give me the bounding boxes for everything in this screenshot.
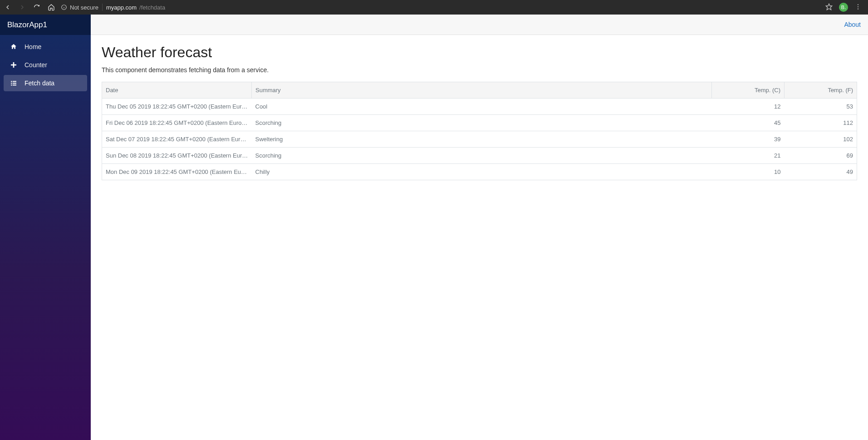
browser-actions: B.	[825, 3, 862, 12]
browser-menu-button[interactable]	[854, 3, 862, 12]
table-row: Mon Dec 09 2019 18:22:45 GMT+0200 (Easte…	[102, 164, 857, 180]
svg-rect-8	[11, 64, 16, 66]
cell-summary: Cool	[252, 99, 712, 115]
plus-icon	[9, 61, 18, 69]
svg-rect-13	[11, 84, 12, 85]
svg-rect-9	[11, 81, 12, 82]
cell-tempC: 45	[712, 115, 785, 131]
table-row: Thu Dec 05 2019 18:22:45 GMT+0200 (Easte…	[102, 99, 857, 115]
table-row: Fri Dec 06 2019 18:22:45 GMT+0200 (Easte…	[102, 115, 857, 131]
avatar-initial: B.	[841, 5, 846, 10]
svg-rect-11	[11, 83, 12, 84]
sidebar-item-label: Fetch data	[25, 79, 54, 87]
forecast-table: Date Summary Temp. (C) Temp. (F) Thu Dec…	[102, 82, 857, 180]
info-icon	[61, 4, 67, 10]
col-tempc: Temp. (C)	[712, 82, 785, 99]
sidebar-item-label: Home	[25, 43, 41, 50]
brand-label: BlazorApp1	[7, 20, 47, 30]
cell-date: Sat Dec 07 2019 18:22:45 GMT+0200 (Easte…	[102, 131, 252, 148]
cell-tempC: 12	[712, 99, 785, 115]
svg-rect-10	[13, 81, 16, 82]
page-title: Weather forecast	[102, 44, 857, 61]
bookmark-star-icon[interactable]	[825, 3, 833, 12]
cell-summary: Chilly	[252, 164, 712, 180]
sidebar-item-counter[interactable]: Counter	[4, 57, 87, 73]
cell-summary: Scorching	[252, 148, 712, 164]
sidebar: BlazorApp1 Home Counter Fetch data	[0, 15, 91, 440]
col-summary: Summary	[252, 82, 712, 99]
cell-tempF: 69	[785, 148, 857, 164]
svg-rect-12	[13, 83, 16, 84]
sidebar-nav: Home Counter Fetch data	[0, 35, 91, 95]
table-row: Sat Dec 07 2019 18:22:45 GMT+0200 (Easte…	[102, 131, 857, 148]
profile-avatar[interactable]: B.	[839, 3, 848, 12]
security-indicator[interactable]: Not secure	[61, 4, 98, 11]
browser-chrome: Not secure myapp.com/fetchdata B.	[0, 0, 868, 15]
topbar: About	[91, 15, 868, 35]
cell-date: Fri Dec 06 2019 18:22:45 GMT+0200 (Easte…	[102, 115, 252, 131]
sidebar-item-home[interactable]: Home	[4, 39, 87, 55]
url-host: myapp.com	[106, 4, 137, 11]
page-content: Weather forecast This component demonstr…	[91, 35, 868, 189]
home-icon	[9, 43, 18, 50]
security-label: Not secure	[70, 4, 98, 11]
cell-tempC: 39	[712, 131, 785, 148]
svg-rect-14	[13, 84, 16, 85]
app-root: BlazorApp1 Home Counter Fetch data	[0, 15, 868, 440]
table-header-row: Date Summary Temp. (C) Temp. (F)	[102, 82, 857, 99]
svg-point-4	[858, 4, 858, 5]
browser-back-button[interactable]	[4, 3, 12, 11]
table-row: Sun Dec 08 2019 18:22:45 GMT+0200 (Easte…	[102, 148, 857, 164]
sidebar-item-fetch-data[interactable]: Fetch data	[4, 75, 87, 91]
svg-point-5	[858, 6, 858, 7]
cell-date: Sun Dec 08 2019 18:22:45 GMT+0200 (Easte…	[102, 148, 252, 164]
browser-home-button[interactable]	[47, 3, 55, 11]
browser-nav-arrows	[4, 3, 55, 11]
cell-summary: Scorching	[252, 115, 712, 131]
sidebar-item-label: Counter	[25, 61, 47, 69]
cell-date: Mon Dec 09 2019 18:22:45 GMT+0200 (Easte…	[102, 164, 252, 180]
url-divider	[102, 4, 103, 11]
browser-reload-button[interactable]	[33, 3, 41, 11]
app-brand[interactable]: BlazorApp1	[0, 15, 91, 35]
cell-date: Thu Dec 05 2019 18:22:45 GMT+0200 (Easte…	[102, 99, 252, 115]
url-path: /fetchdata	[139, 4, 165, 11]
browser-forward-button[interactable]	[18, 3, 26, 11]
main-area: About Weather forecast This component de…	[91, 15, 868, 440]
browser-url-area[interactable]: Not secure myapp.com/fetchdata	[61, 4, 820, 11]
col-tempf: Temp. (F)	[785, 82, 857, 99]
svg-marker-3	[826, 4, 832, 10]
cell-tempF: 49	[785, 164, 857, 180]
cell-tempC: 10	[712, 164, 785, 180]
cell-summary: Sweltering	[252, 131, 712, 148]
page-description: This component demonstrates fetching dat…	[102, 66, 857, 74]
about-link[interactable]: About	[844, 21, 861, 28]
cell-tempF: 102	[785, 131, 857, 148]
cell-tempF: 112	[785, 115, 857, 131]
svg-point-6	[858, 8, 858, 9]
list-icon	[9, 79, 18, 87]
cell-tempF: 53	[785, 99, 857, 115]
col-date: Date	[102, 82, 252, 99]
cell-tempC: 21	[712, 148, 785, 164]
